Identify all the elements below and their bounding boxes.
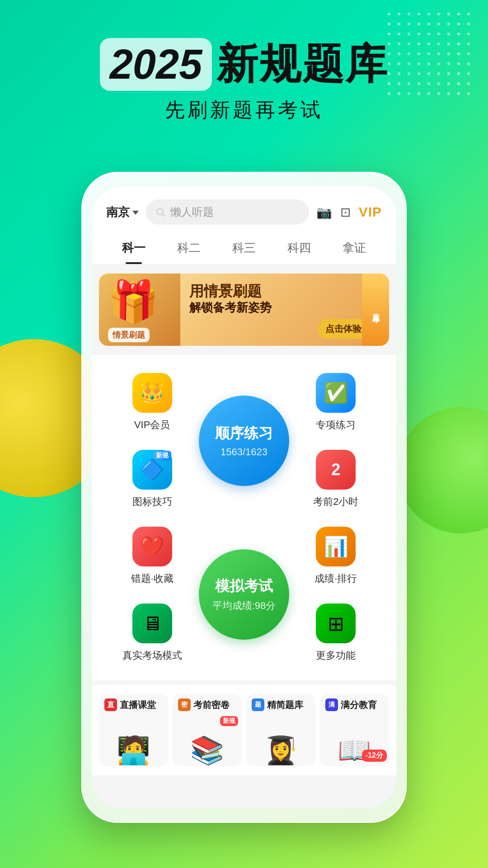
exam2h-icon: 2 [316, 450, 356, 490]
bottom-card-simple-header: 题 精简题库 [246, 694, 315, 714]
newrule-item[interactable]: 🔷 新规 图标技巧 [128, 441, 177, 518]
phone-outer: 南京 懒人听题 📷 ⊡ VIP [81, 172, 407, 823]
banner-sub-text: 解锁备考新姿势 [189, 300, 272, 316]
phone-screen: 南京 懒人听题 📷 ⊡ VIP [92, 187, 396, 808]
live-title: 直播课堂 [120, 699, 156, 711]
bottom-card-full-header: 满 满分教育 [320, 694, 389, 714]
vip-label: VIP会员 [134, 418, 170, 432]
wrong-item[interactable]: ❤️ 错题·收藏 [127, 518, 178, 594]
special-label: 专项练习 [316, 418, 356, 432]
mock-sub-text: 平均成绩:98分 [212, 599, 276, 613]
vip-icon: 👑 [132, 373, 172, 413]
deco-circle-right [398, 407, 488, 533]
banner-main-text: 用情景刷题 [189, 283, 272, 300]
live-figure-icon: 🧑‍💻 [117, 737, 150, 764]
practice-circle[interactable]: 顺序练习 1563/1623 [199, 396, 289, 486]
bottom-card-simple[interactable]: 题 精简题库 👩‍🎓 [246, 694, 315, 766]
simple-title: 精简题库 [267, 699, 303, 711]
header-area: 2025 新规题库 先刷新题再考试 [0, 0, 488, 123]
top-icons: 📷 ⊡ VIP [316, 204, 382, 220]
tab-ke3[interactable]: 科三 [216, 232, 272, 264]
year-badge: 2025 [100, 38, 212, 91]
more-item[interactable]: ⊞ 更多功能 [311, 594, 360, 671]
more-label: 更多功能 [316, 649, 356, 662]
exam2h-label: 考前2小时 [313, 495, 358, 509]
mock-circle[interactable]: 模拟考试 平均成绩:98分 [199, 549, 289, 640]
svg-point-0 [157, 208, 163, 215]
realexam-icon: 🖥 [132, 604, 172, 643]
banner-right-label: 元旦开年 [362, 274, 389, 346]
bottom-card-live-header: 直 直播课堂 [99, 694, 168, 714]
special-item[interactable]: ✅ 专项练习 [311, 364, 360, 441]
search-icon [155, 207, 166, 217]
search-bar[interactable]: 懒人听题 [146, 199, 309, 225]
secret-title: 考前密卷 [193, 699, 230, 711]
bottom-card-secret[interactable]: 密 考前密卷 📚 新规 [173, 694, 242, 766]
newrule-label: 图标技巧 [132, 495, 172, 509]
full-title: 满分教育 [341, 699, 377, 711]
live-image: 🧑‍💻 [99, 714, 168, 766]
discount-badge: -12分 [362, 750, 387, 762]
main-grid: 👑 VIP会员 顺序练习 1563/1623 ✅ 专项练习 🔷 新规 [92, 355, 396, 680]
realexam-label: 真实考场模式 [122, 649, 182, 662]
mock-main-text: 模拟考试 [215, 576, 273, 596]
tab-nazheng[interactable]: 拿证 [327, 232, 382, 264]
banner-gift-box-icon: 🎁 [108, 278, 159, 326]
bottom-grid: 直 直播课堂 🧑‍💻 密 考前密卷 [92, 685, 396, 775]
tab-ke2[interactable]: 科二 [161, 232, 216, 264]
special-practice-icon: ✅ [316, 373, 356, 413]
banner-badge: 情景刷题 [108, 328, 150, 342]
year-text: 2025 [110, 41, 202, 87]
search-placeholder-text: 懒人听题 [170, 205, 214, 219]
title-chinese: 新规题库 [216, 36, 388, 92]
practice-progress: 1563/1623 [221, 446, 267, 458]
city-label: 南京 [106, 204, 130, 220]
live-icon: 直 [104, 698, 117, 711]
score-item[interactable]: 📊 成绩·排行 [310, 518, 361, 594]
nav-tabs: 科一 科二 科三 科四 拿证 [92, 232, 396, 264]
xinrui-badge: 新规 [153, 451, 171, 461]
scan-icon[interactable]: ⊡ [340, 205, 351, 220]
vip-item[interactable]: 👑 VIP会员 [128, 364, 177, 441]
phone-wrapper: 南京 懒人听题 📷 ⊡ VIP [81, 172, 407, 823]
score-icon: 📊 [316, 527, 356, 566]
new-badge-secret: 新规 [220, 716, 238, 726]
svg-line-1 [163, 214, 165, 217]
bottom-card-secret-header: 密 考前密卷 [173, 694, 242, 714]
bottom-card-live[interactable]: 直 直播课堂 🧑‍💻 [99, 694, 168, 766]
subtitle: 先刷新题再考试 [0, 97, 488, 123]
city-selector[interactable]: 南京 [106, 204, 139, 220]
full-icon: 满 [325, 698, 338, 711]
banner-text-area: 用情景刷题 解锁备考新姿势 [189, 283, 272, 316]
score-label: 成绩·排行 [314, 572, 357, 585]
exam2h-item[interactable]: 2 考前2小时 [309, 441, 363, 518]
title-row: 2025 新规题库 [0, 36, 488, 92]
full-image: 📖 -12分 [320, 714, 389, 766]
more-icon: ⊞ [316, 604, 356, 643]
realexam-item[interactable]: 🖥 真实考场模式 [118, 594, 187, 671]
simple-image: 👩‍🎓 [246, 714, 315, 766]
simple-icon: 题 [252, 698, 264, 711]
chevron-down-icon [132, 211, 139, 215]
vip-badge[interactable]: VIP [359, 204, 382, 220]
secret-figure-icon: 📚 [190, 737, 224, 764]
tab-ke4[interactable]: 科四 [272, 232, 327, 264]
camera-icon[interactable]: 📷 [316, 205, 332, 220]
practice-main-text: 顺序练习 [215, 424, 273, 443]
simple-figure-icon: 👩‍🎓 [264, 737, 298, 764]
bottom-card-full[interactable]: 满 满分教育 📖 -12分 [320, 694, 389, 766]
secret-image: 📚 新规 [173, 714, 242, 766]
top-bar: 南京 懒人听题 📷 ⊡ VIP [92, 187, 396, 232]
secret-icon: 密 [178, 698, 191, 711]
wrong-icon: ❤️ [132, 527, 172, 566]
wrong-label: 错题·收藏 [131, 572, 174, 585]
tab-ke1[interactable]: 科一 [106, 232, 161, 264]
banner-section[interactable]: 🎁 用情景刷题 解锁备考新姿势 点击体验 >> 情景刷题 元旦开年 [99, 274, 389, 346]
